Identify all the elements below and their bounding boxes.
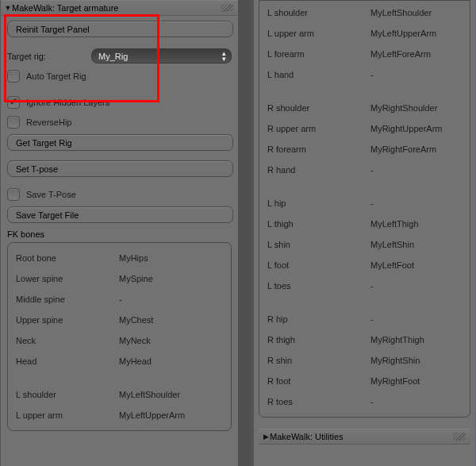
bone-source-label: L toes	[267, 281, 370, 291]
bone-mapping-row: Lower spineMySpine	[16, 268, 223, 289]
bone-source-label: L shoulder	[16, 390, 119, 399]
get-target-rig-button[interactable]: Get Target Rig	[7, 134, 233, 151]
disclosure-down-icon: ▼	[4, 4, 12, 12]
bone-source-label: R toes	[267, 397, 370, 406]
bone-target-label: MyRightThigh	[370, 335, 462, 345]
bone-source-label: L forearm	[267, 49, 370, 59]
bone-mapping-row: L upper armMyLeftUpperArm	[267, 23, 462, 44]
bone-source-label: L upper arm	[267, 29, 370, 38]
auto-target-rig-checkbox[interactable]	[7, 70, 20, 83]
bone-source-label: L hand	[267, 70, 370, 79]
bone-target-label: -	[370, 281, 462, 291]
bone-source-label: L foot	[267, 260, 370, 270]
bone-mapping-row: L hip-	[267, 193, 462, 214]
bone-mapping-row: R upper armMyRightUpperArm	[267, 118, 462, 139]
bone-target-label: -	[370, 198, 462, 208]
bone-source-label: L shoulder	[267, 8, 370, 17]
bone-source-label: Neck	[16, 336, 119, 345]
bone-source-label: Lower spine	[16, 274, 119, 283]
checkbox-label: Ignore Hidden Layers	[26, 98, 109, 107]
bone-mapping-row: L shoulderMyLeftShoulder	[16, 384, 223, 405]
bone-target-label: -	[370, 397, 462, 406]
button-label: Reinit Target Panel	[16, 25, 90, 34]
bone-mapping-row: L thighMyLeftThigh	[267, 214, 462, 234]
reverse-hip-checkbox[interactable]	[7, 116, 20, 129]
panel-divider[interactable]	[238, 0, 253, 466]
bone-target-label: MyLeftUpperArm	[119, 410, 223, 420]
bone-target-label: MyRightUpperArm	[370, 124, 462, 133]
set-tpose-button[interactable]: Set T-pose	[7, 160, 233, 177]
bone-mapping-row: L upper armMyLeftUpperArm	[16, 405, 223, 426]
bone-target-label: -	[370, 165, 462, 175]
checkbox-label: Auto Target Rig	[26, 71, 86, 81]
save-target-file-button[interactable]: Save Target File	[7, 206, 233, 223]
bone-mapping-row: Middle spine-	[16, 289, 223, 310]
checkbox-label: ReverseHip	[26, 117, 71, 127]
bone-source-label: Upper spine	[16, 315, 119, 325]
bone-source-label: L upper arm	[16, 410, 119, 420]
bone-source-label: Middle spine	[16, 295, 119, 304]
bone-mapping-row: L shinMyLeftShin	[267, 234, 462, 255]
bone-mapping-row: R footMyRightFoot	[267, 371, 462, 391]
bone-mapping-row: Root boneMyHips	[16, 248, 223, 268]
checkbox-label: Save T-Pose	[26, 190, 76, 199]
bone-target-label: MyLeftUpperArm	[370, 29, 462, 38]
bone-target-label: MyNeck	[119, 336, 223, 345]
bone-target-label: MyLeftShoulder	[119, 390, 223, 399]
fk-bones-title: FK bones	[7, 229, 232, 239]
bone-source-label: L thigh	[267, 219, 370, 229]
panel-header-target-armature[interactable]: ▼ MakeWalk: Target armature	[1, 0, 238, 16]
target-rig-dropdown[interactable]: My_Rig ▴▾	[91, 48, 232, 64]
bone-target-label: MyHips	[119, 253, 223, 263]
bone-source-label: R forearm	[267, 144, 370, 154]
bone-mapping-row: R hand-	[267, 160, 462, 180]
button-label: Save Target File	[16, 210, 79, 220]
bone-mapping-row: R toes-	[267, 391, 462, 412]
button-label: Set T-pose	[16, 164, 58, 174]
bone-source-label: L shin	[267, 240, 370, 249]
bone-mapping-row: NeckMyNeck	[16, 330, 223, 351]
bone-source-label: R thigh	[267, 335, 370, 345]
bone-target-label: -	[370, 70, 462, 79]
target-rig-label: Target rig:	[7, 52, 91, 61]
bone-source-label: Head	[16, 356, 119, 366]
bone-source-label: L hip	[267, 198, 370, 208]
panel-header-utilities[interactable]: ▶ MakeWalk: Utilities	[259, 429, 470, 445]
fk-bones-box: Root boneMyHipsLower spineMySpineMiddle …	[7, 242, 232, 431]
bone-target-label: MyLeftShin	[370, 240, 462, 249]
bone-mapping-row: R shoulderMyRightShoulder	[267, 98, 462, 118]
bone-mapping-row: R thighMyRightThigh	[267, 329, 462, 350]
bone-target-label: MyRightShoulder	[370, 103, 462, 113]
dropdown-value: My_Rig	[98, 52, 128, 61]
bone-source-label: R foot	[267, 376, 370, 386]
bone-mapping-row: L toes-	[267, 275, 462, 296]
disclosure-right-icon: ▶	[262, 433, 270, 441]
fk-bones-box-continued: L shoulderMyLeftShoulderL upper armMyLef…	[259, 0, 470, 418]
ignore-hidden-layers-checkbox[interactable]	[7, 96, 20, 109]
panel-title: MakeWalk: Utilities	[270, 432, 344, 441]
bone-mapping-row: R shinMyRightShin	[267, 350, 462, 371]
updown-icon: ▴▾	[222, 51, 226, 62]
bone-target-label: MyLeftShoulder	[370, 8, 462, 17]
bone-mapping-row: L shoulderMyLeftShoulder	[267, 2, 462, 23]
bone-target-label: MyRightFoot	[370, 376, 462, 386]
bone-source-label: R upper arm	[267, 124, 370, 133]
save-tpose-checkbox[interactable]	[7, 188, 20, 201]
panel-title: MakeWalk: Target armature	[12, 3, 119, 13]
bone-source-label: R hand	[267, 165, 370, 175]
bone-source-label: R shin	[267, 356, 370, 365]
panel-drag-icon[interactable]	[453, 433, 466, 441]
bone-mapping-row: L hand-	[267, 64, 462, 85]
bone-target-label: -	[119, 295, 223, 304]
bone-target-label: MyLeftThigh	[370, 219, 462, 229]
bone-mapping-row: L footMyLeftFoot	[267, 255, 462, 275]
bone-target-label: -	[370, 314, 462, 324]
reinit-target-panel-button[interactable]: Reinit Target Panel	[7, 21, 233, 37]
bone-mapping-row: Upper spineMyChest	[16, 310, 223, 330]
bone-mapping-row: HeadMyHead	[16, 351, 223, 372]
panel-drag-icon[interactable]	[221, 4, 233, 12]
bone-mapping-row: R hip-	[267, 309, 462, 329]
bone-target-label: MyRightForeArm	[370, 144, 462, 154]
bone-source-label: R hip	[267, 314, 370, 324]
bone-target-label: MyRightShin	[370, 356, 462, 365]
